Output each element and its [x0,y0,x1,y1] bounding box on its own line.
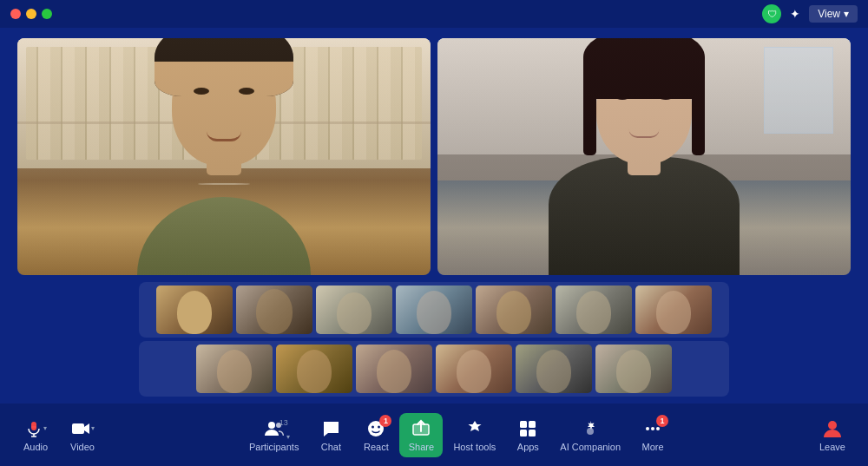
svg-rect-12 [529,421,536,428]
svg-point-19 [828,421,837,430]
participant-count: 13 [279,418,288,427]
close-button[interactable] [10,9,21,19]
svg-point-17 [651,427,654,430]
thumbnail-9[interactable] [276,345,352,393]
share-button[interactable]: Share [399,413,443,457]
thumbnail-3[interactable] [316,286,392,334]
main-video-tile-2 [437,38,851,275]
share-label: Share [409,442,434,452]
thumbnail-2[interactable] [236,286,312,334]
toolbar-right-group: Leave [811,413,854,457]
more-badge: 1 [656,415,668,427]
toolbar-left-group: ▾ Audio ▾ Video [14,413,104,457]
participants-label: Participants [249,442,299,452]
svg-rect-11 [520,421,527,428]
svg-rect-0 [31,422,36,430]
thumbnail-row-2 [139,341,729,397]
audio-label: Audio [23,442,48,452]
svg-point-16 [646,427,649,430]
apps-button[interactable]: Apps [506,413,549,457]
main-content [0,28,868,404]
thumbnail-strip [139,282,729,397]
chat-label: Chat [321,442,341,452]
thumbnail-12[interactable] [516,345,592,393]
star-icon: ✦ [790,7,800,21]
view-label: View [818,8,840,20]
participants-button[interactable]: 13 ▾ Participants [240,413,307,457]
ai-companion-button[interactable]: AI Companion [551,413,629,457]
svg-rect-14 [529,430,536,436]
title-bar-right: 🛡 ✦ View ▾ [762,4,858,23]
view-chevron: ▾ [844,8,849,20]
microphone-icon [25,420,43,437]
thumbnail-13[interactable] [595,345,672,393]
chat-button[interactable]: Chat [309,413,352,457]
toolbar: ▾ Audio ▾ Video [0,404,868,466]
view-button[interactable]: View ▾ [809,5,858,23]
share-icon [411,419,431,438]
participants-chevron: ▾ [286,433,290,441]
leave-button[interactable]: Leave [811,413,854,457]
title-bar: 🛡 ✦ View ▾ [0,0,868,28]
thumbnail-8[interactable] [196,345,273,393]
svg-rect-13 [520,430,527,436]
thumbnail-1[interactable] [156,286,233,334]
video-button[interactable]: ▾ Video [61,413,104,457]
svg-point-8 [372,425,374,428]
thumbnail-4[interactable] [396,286,472,334]
main-videos [17,38,851,275]
svg-point-5 [268,422,275,429]
ai-companion-icon [581,419,600,438]
thumbnail-row-1 [139,282,729,338]
thumbnail-6[interactable] [556,286,632,334]
ai-companion-label: AI Companion [560,442,621,452]
apps-label: Apps [517,442,539,452]
video-label: Video [70,442,95,452]
shield-icon: 🛡 [762,4,781,23]
more-button[interactable]: 1 More [631,413,674,457]
host-tools-icon [465,419,484,438]
thumbnail-7[interactable] [635,286,712,334]
host-tools-button[interactable]: Host tools [444,413,504,457]
react-label: React [364,442,389,452]
svg-point-9 [378,425,380,428]
svg-rect-4 [72,423,84,434]
more-label: More [642,442,664,452]
window-controls [10,9,52,19]
react-badge: 1 [379,415,391,427]
toolbar-center-group: 13 ▾ Participants Chat [240,413,674,457]
camera-icon [71,421,90,436]
svg-point-18 [656,427,660,430]
svg-point-15 [587,428,594,435]
maximize-button[interactable] [42,9,52,19]
leave-icon [821,419,844,438]
thumbnail-11[interactable] [436,345,512,393]
react-button[interactable]: 1 React [354,413,398,457]
host-tools-label: Host tools [453,442,496,452]
video-chevron: ▾ [91,424,95,432]
chat-icon [321,420,340,437]
leave-label: Leave [819,442,845,452]
audio-chevron: ▾ [43,424,47,432]
thumbnail-10[interactable] [356,345,432,393]
minimize-button[interactable] [26,9,36,19]
thumbnail-5[interactable] [476,286,552,334]
audio-button[interactable]: ▾ Audio [14,413,57,457]
main-video-tile-1 [17,38,431,275]
apps-icon [518,419,537,438]
